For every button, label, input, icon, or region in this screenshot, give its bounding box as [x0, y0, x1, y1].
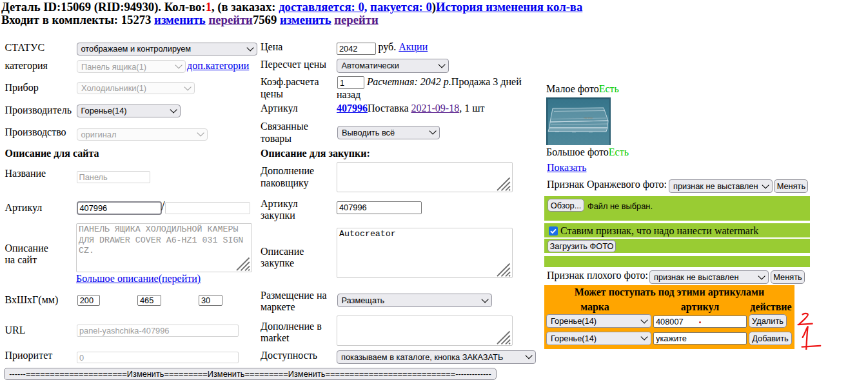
svg-text:Gorenje: Gorenje	[584, 116, 593, 119]
